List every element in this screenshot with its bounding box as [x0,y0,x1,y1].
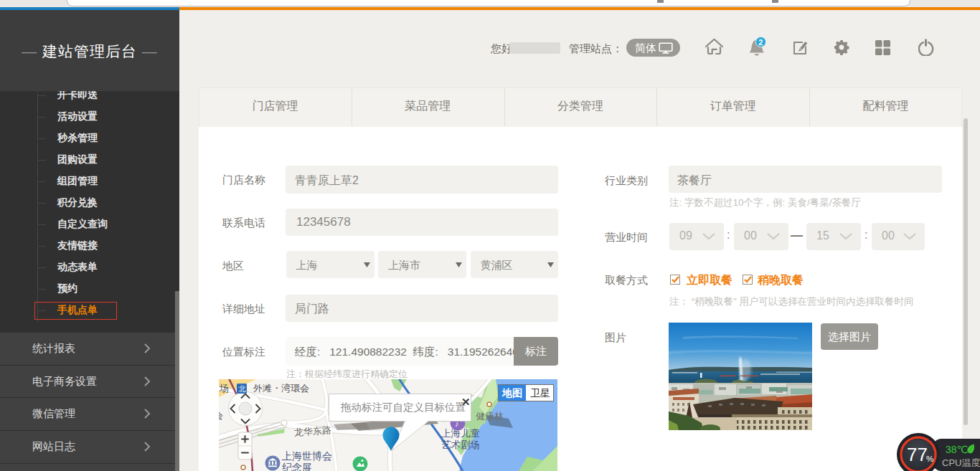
svg-text:纪念展: 纪念展 [282,462,312,471]
svg-text:77: 77 [907,444,928,465]
svg-text:场: 场 [219,383,229,394]
svg-text:%: % [926,455,933,463]
svg-text:上海世博会: 上海世博会 [282,450,332,462]
svg-text:✕: ✕ [461,396,471,408]
svg-text:地图: 地图 [501,387,522,399]
svg-text:北: 北 [239,385,247,393]
svg-text:拖动标注可自定义目标位置: 拖动标注可自定义目标位置 [340,401,466,413]
svg-text:艺术剧场: 艺术剧场 [441,439,480,450]
svg-text:外滩・湾環会: 外滩・湾環会 [253,383,309,394]
svg-text:会: 会 [219,410,223,421]
svg-text:健康林: 健康林 [476,411,504,422]
svg-text:卫星: 卫星 [530,387,550,399]
